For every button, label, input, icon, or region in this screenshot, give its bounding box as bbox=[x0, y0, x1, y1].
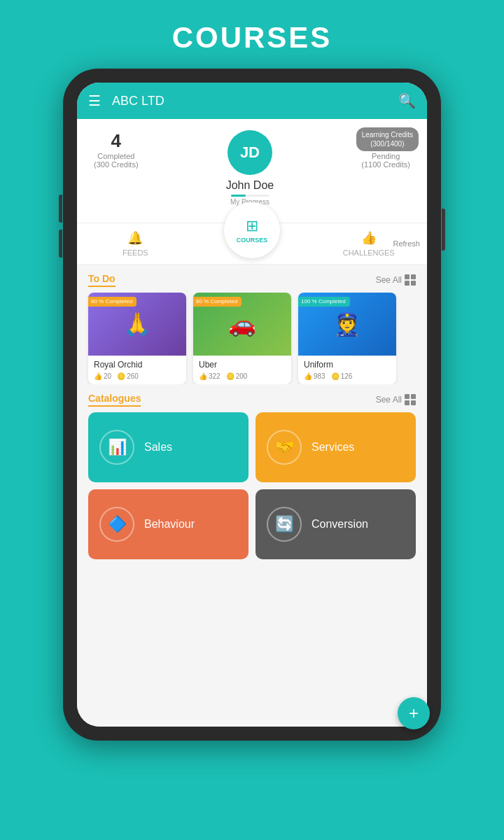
volume-up-button bbox=[59, 195, 62, 223]
refresh-button[interactable]: Refresh bbox=[393, 239, 420, 248]
bell-icon: 🔔 bbox=[127, 230, 143, 246]
progress-bar-container bbox=[231, 195, 270, 197]
catalogue-label: Conversion bbox=[312, 518, 368, 531]
pending-credits: (1100 Credits) bbox=[361, 160, 410, 169]
scroll-content: To Do See All 🙏 80 % Completed Royal Orc… bbox=[77, 265, 427, 727]
thumbs-up-icon: 👍 bbox=[361, 230, 377, 246]
todo-see-all[interactable]: See All bbox=[376, 274, 416, 286]
grid-view-icon-2 bbox=[405, 394, 416, 405]
completion-badge: 80 % Completed bbox=[193, 297, 241, 307]
completed-stats: 4 Completed (300 Credits) bbox=[94, 130, 139, 169]
coin-stat: 🪙 126 bbox=[331, 372, 353, 380]
tab-feeds[interactable]: 🔔 FEEDS bbox=[77, 223, 194, 264]
catalogue-icon: 🔷 bbox=[99, 507, 134, 542]
catalogue-label: Behaviour bbox=[144, 518, 195, 531]
completion-badge: 80 % Completed bbox=[88, 297, 136, 307]
list-item[interactable]: 🔷 Behaviour bbox=[88, 489, 248, 559]
thumbs-stat: 👍 322 bbox=[199, 372, 220, 380]
catalogue-label: Sales bbox=[144, 441, 172, 454]
avatar-block: JD John Doe My Progress bbox=[226, 130, 274, 211]
list-item[interactable]: 🤝 Services bbox=[255, 412, 416, 482]
phone-screen: ☰ ABC LTD 🔍 Learning Credits (300/1400) … bbox=[77, 83, 427, 727]
catalogue-icon: 🤝 bbox=[267, 430, 302, 465]
nav-tabs: 🔔 FEEDS ⊞ COURSES ⊞ COURSES 👍 CHALLENGES… bbox=[77, 223, 427, 265]
list-item[interactable]: 📊 Sales bbox=[88, 412, 248, 482]
courses-popup: ⊞ COURSES bbox=[224, 202, 280, 258]
course-card-title: Uniform bbox=[304, 360, 391, 370]
list-item[interactable]: 🔄 Conversion bbox=[255, 489, 416, 559]
search-icon[interactable]: 🔍 bbox=[398, 92, 416, 109]
power-button bbox=[442, 209, 445, 251]
thumbs-stat: 👍 983 bbox=[304, 372, 326, 380]
page-title: COURSES bbox=[0, 0, 504, 69]
course-cards: 🙏 80 % Completed Royal Orchid 👍 20 🪙 260 bbox=[77, 293, 427, 384]
coin-stat: 🪙 260 bbox=[117, 372, 139, 380]
completed-label: Completed bbox=[97, 152, 134, 160]
catalogue-label: Services bbox=[312, 441, 354, 454]
catalogue-grid: 📊 Sales 🤝 Services 🔷 Behaviour 🔄 Convers… bbox=[77, 412, 427, 559]
pending-label: Pending bbox=[372, 152, 400, 160]
catalogue-icon: 🔄 bbox=[267, 507, 302, 542]
user-name: John Doe bbox=[226, 179, 274, 192]
course-card-title: Uber bbox=[199, 360, 286, 370]
grid-view-icon bbox=[405, 274, 416, 286]
list-item[interactable]: 👮 100 % Completed Uniform 👍 983 🪙 126 bbox=[298, 293, 396, 384]
completed-credits: (300 Credits) bbox=[94, 160, 139, 169]
coin-stat: 🪙 200 bbox=[226, 372, 248, 380]
todo-section-header: To Do See All bbox=[77, 265, 427, 293]
catalogues-section-header: Catalogues See All bbox=[77, 384, 427, 412]
progress-bar-fill bbox=[231, 195, 246, 197]
catalogues-see-all[interactable]: See All bbox=[376, 394, 416, 405]
catalogue-icon: 📊 bbox=[99, 430, 134, 465]
fab-button[interactable]: + bbox=[398, 697, 427, 727]
todo-title: To Do bbox=[88, 273, 115, 287]
list-item[interactable]: 🚗 80 % Completed Uber 👍 322 🪙 200 bbox=[193, 293, 291, 384]
page-wrapper: COURSES ☰ ABC LTD 🔍 Learning Credits (30… bbox=[0, 0, 504, 741]
list-item[interactable]: 🙏 80 % Completed Royal Orchid 👍 20 🪙 260 bbox=[88, 293, 186, 384]
hamburger-icon[interactable]: ☰ bbox=[88, 92, 101, 109]
catalogues-title: Catalogues bbox=[88, 393, 141, 407]
thumbs-stat: 👍 20 bbox=[94, 372, 111, 380]
app-bar: ☰ ABC LTD 🔍 bbox=[77, 83, 427, 119]
learning-credits-badge: Learning Credits (300/1400) bbox=[356, 127, 419, 151]
completed-count: 4 bbox=[111, 130, 121, 152]
completion-badge: 100 % Completed bbox=[298, 297, 350, 307]
grid-icon: ⊞ bbox=[246, 217, 258, 235]
course-card-title: Royal Orchid bbox=[94, 360, 181, 370]
phone-frame: ☰ ABC LTD 🔍 Learning Credits (300/1400) … bbox=[63, 69, 441, 741]
tab-courses[interactable]: ⊞ COURSES ⊞ COURSES bbox=[194, 223, 311, 264]
avatar: JD bbox=[227, 130, 272, 175]
app-title: ABC LTD bbox=[112, 94, 398, 108]
volume-down-button bbox=[59, 230, 62, 258]
